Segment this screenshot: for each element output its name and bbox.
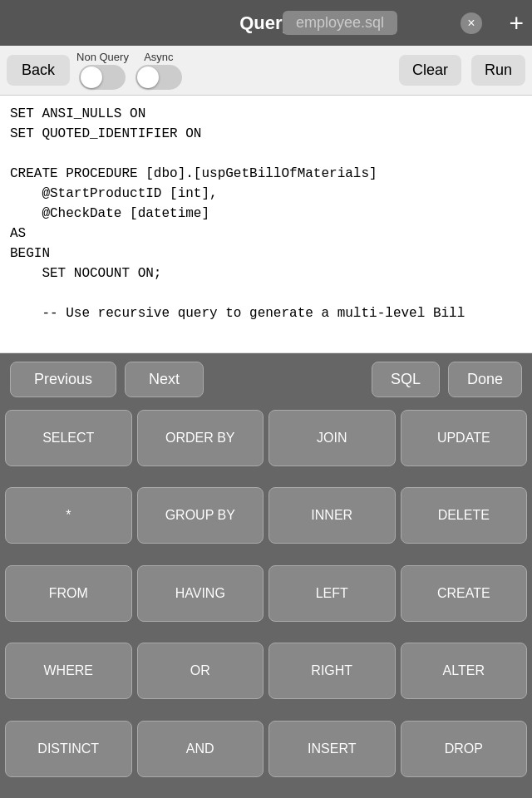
keyword-button-inner[interactable]: INNER (268, 487, 396, 544)
previous-button[interactable]: Previous (10, 362, 116, 397)
run-button[interactable]: Run (471, 55, 525, 86)
keyword-button-having[interactable]: HAVING (137, 565, 264, 622)
keyword-button-update[interactable]: UPDATE (401, 410, 528, 466)
keyword-button-select[interactable]: SELECT (5, 410, 132, 466)
add-tab-button[interactable]: + (509, 11, 524, 36)
keyword-button-and[interactable]: AND (137, 721, 264, 777)
non-query-knob (81, 66, 102, 88)
sql-button[interactable]: SQL (372, 362, 440, 397)
keyword-button-from[interactable]: FROM (5, 565, 132, 622)
toolbar: Back Non Query Async Clear Run (0, 46, 532, 96)
keyword-button-insert[interactable]: INSERT (268, 721, 396, 777)
keyword-button-distinct[interactable]: DISTINCT (5, 721, 132, 777)
done-button[interactable]: Done (448, 362, 522, 397)
code-editor[interactable]: SET ANSI_NULLS ON SET QUOTED_IDENTIFIER … (0, 96, 532, 353)
keywords-grid: SELECTORDER BYJOINUPDATE*GROUP BYINNERDE… (0, 405, 532, 798)
non-query-toggle-group: Non Query (76, 51, 129, 90)
non-query-label: Non Query (76, 51, 129, 63)
async-toggle-group: Async (135, 51, 182, 90)
keyword-button-where[interactable]: WHERE (5, 643, 132, 699)
async-label: Async (144, 51, 173, 63)
close-tab-button[interactable]: × (461, 12, 482, 34)
keyword-button-drop[interactable]: DROP (401, 721, 528, 777)
keyword-button-*[interactable]: * (5, 487, 132, 544)
clear-button[interactable]: Clear (399, 55, 461, 86)
keyword-button-group-by[interactable]: GROUP BY (137, 487, 264, 544)
keyword-button-right[interactable]: RIGHT (268, 643, 396, 699)
back-button[interactable]: Back (7, 55, 70, 86)
async-toggle[interactable] (135, 65, 182, 90)
tab-employee-sql[interactable]: employee.sql (283, 11, 397, 35)
keyword-button-order-by[interactable]: ORDER BY (137, 410, 264, 466)
keyword-button-or[interactable]: OR (137, 643, 264, 699)
non-query-toggle[interactable] (79, 65, 126, 90)
async-knob (137, 66, 159, 88)
keyword-button-alter[interactable]: ALTER (401, 643, 528, 699)
header-bar: Query × employee.sql + (0, 0, 532, 46)
keyword-button-create[interactable]: CREATE (401, 565, 528, 622)
keyword-button-delete[interactable]: DELETE (401, 487, 528, 544)
keyword-button-join[interactable]: JOIN (268, 410, 396, 466)
keyword-button-left[interactable]: LEFT (268, 565, 396, 622)
next-button[interactable]: Next (125, 362, 204, 397)
nav-bar: Previous Next SQL Done (0, 353, 532, 405)
